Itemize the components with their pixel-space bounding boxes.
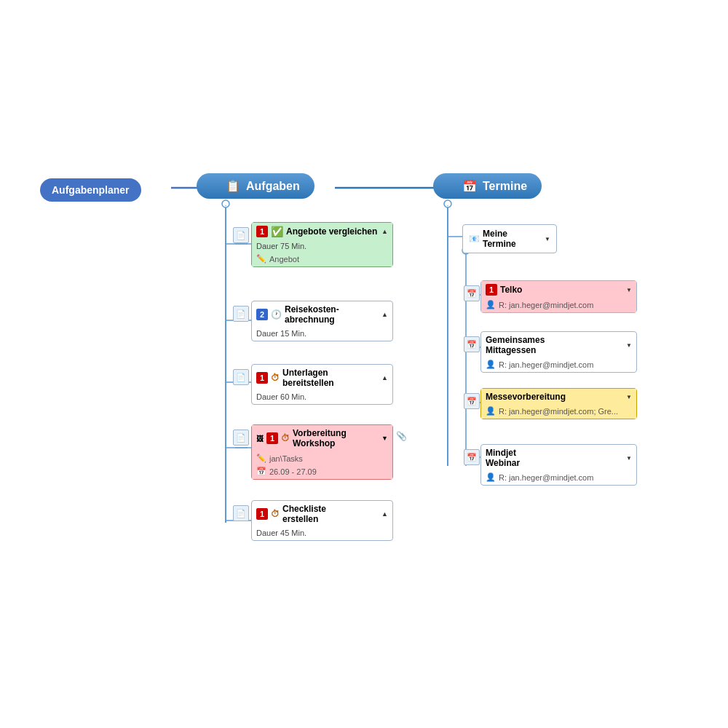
task2-priority: 2 bbox=[256, 309, 268, 320]
termine-icon: 📅 bbox=[462, 179, 477, 193]
svg-text:-: - bbox=[225, 202, 227, 208]
task4-priority: 1 bbox=[266, 432, 278, 444]
task1-chevron: ▲ bbox=[381, 228, 388, 235]
appt2-dropdown[interactable]: ▼ bbox=[626, 342, 632, 349]
task4-status-icon: ⏱ bbox=[281, 433, 290, 443]
termine-label: Termine bbox=[483, 180, 527, 193]
task4-detail-icon2: 📅 bbox=[256, 467, 266, 476]
task4-attachment-icon: 📎 bbox=[396, 431, 407, 441]
appt-card-4[interactable]: 📅 MindjetWebinar ▼ 👤 R: jan.heger@mindje… bbox=[480, 444, 637, 486]
appt4-attendee: R: jan.heger@mindjet.com bbox=[499, 473, 593, 482]
task4-detail-icon1: ✏️ bbox=[256, 454, 266, 463]
task5-doc-icon: 📄 bbox=[233, 505, 249, 521]
task1-detail-icon: ✏️ bbox=[256, 254, 266, 264]
task3-priority: 1 bbox=[256, 372, 268, 384]
task2-status-icon: 🕐 bbox=[271, 309, 282, 320]
task5-priority: 1 bbox=[256, 508, 268, 520]
svg-text:-: - bbox=[447, 202, 449, 208]
task4-detail1: jan\Tasks bbox=[269, 454, 303, 463]
appt3-person-icon: 👤 bbox=[486, 406, 496, 416]
meine-termine-node[interactable]: 📧 Meine Termine ▼ bbox=[462, 224, 557, 253]
task4-title: VorbereitungWorkshop bbox=[293, 428, 347, 448]
task1-priority: 1 bbox=[256, 226, 268, 237]
appt1-person-icon: 👤 bbox=[486, 300, 496, 309]
task5-dauer: Dauer 45 Min. bbox=[256, 529, 306, 537]
svg-point-22 bbox=[444, 200, 451, 207]
task3-status-icon: ⏱ bbox=[271, 373, 280, 383]
appt3-dropdown[interactable]: ▼ bbox=[626, 394, 632, 400]
meine-termine-dropdown[interactable]: ▼ bbox=[545, 236, 550, 242]
task1-detail: Angebot bbox=[269, 255, 299, 264]
svg-point-20 bbox=[222, 200, 229, 207]
task5-status-icon: ⏱ bbox=[271, 509, 280, 519]
task2-doc-icon: 📄 bbox=[233, 306, 249, 322]
task1-dauer: Dauer 75 Min. bbox=[256, 242, 306, 250]
task4-dropdown: ▼ bbox=[381, 435, 388, 442]
central-node[interactable]: Aufgabenplaner bbox=[40, 178, 141, 202]
appt-card-1[interactable]: 📅 1 Telko ▼ 👤 R: jan.heger@mindjet.com bbox=[480, 280, 637, 313]
appt4-title: MindjetWebinar bbox=[486, 448, 520, 468]
aufgaben-node[interactable]: 📋 Aufgaben bbox=[197, 173, 314, 199]
appt2-person-icon: 👤 bbox=[486, 360, 496, 369]
appt3-cal-icon: 📅 bbox=[464, 393, 480, 409]
appt1-cal-icon: 📅 bbox=[464, 285, 480, 301]
appt4-dropdown[interactable]: ▼ bbox=[626, 455, 632, 462]
meine-termine-icon: 📧 bbox=[469, 234, 480, 244]
appt1-title: Telko bbox=[500, 285, 522, 295]
appt1-priority: 1 bbox=[486, 284, 497, 296]
task-card-5[interactable]: 📄 1 ⏱ Checklisteerstellen ▲ Dauer 45 Min… bbox=[251, 500, 393, 541]
task-card-2[interactable]: 📄 2 🕐 Reisekosten-abrechnung ▲ Dauer 15 … bbox=[251, 301, 393, 341]
appt2-cal-icon: 📅 bbox=[464, 336, 480, 352]
appt2-title: GemeinsamesMittagessen bbox=[486, 335, 545, 355]
task-card-3[interactable]: 📄 1 ⏱ Unterlagenbereitstellen ▲ Dauer 60… bbox=[251, 364, 393, 405]
appt-card-2[interactable]: 📅 GemeinsamesMittagessen ▼ 👤 R: jan.hege… bbox=[480, 331, 637, 373]
appt1-dropdown[interactable]: ▼ bbox=[626, 287, 632, 293]
task1-title: Angebote vergleichen bbox=[286, 226, 377, 237]
task1-doc-icon: 📄 bbox=[233, 227, 249, 243]
task4-detail2: 26.09 - 27.09 bbox=[269, 467, 317, 476]
task2-dauer: Dauer 15 Min. bbox=[256, 329, 306, 338]
task5-chevron: ▲ bbox=[381, 510, 388, 518]
aufgaben-label: Aufgaben bbox=[246, 180, 300, 193]
appt3-title: Messevorbereitung bbox=[486, 392, 566, 402]
central-node-label: Aufgabenplaner bbox=[52, 184, 130, 196]
appt3-attendee: R: jan.heger@mindjet.com; Gre... bbox=[499, 407, 618, 416]
task3-doc-icon: 📄 bbox=[233, 369, 249, 385]
aufgaben-icon: 📋 bbox=[226, 179, 240, 193]
appt2-attendee: R: jan.heger@mindjet.com bbox=[499, 360, 593, 369]
meine-termine-label: Meine Termine bbox=[483, 229, 543, 249]
appt4-cal-icon: 📅 bbox=[464, 449, 480, 465]
task5-title: Checklisteerstellen bbox=[282, 504, 326, 524]
task3-title: Unterlagenbereitstellen bbox=[282, 368, 334, 388]
task3-dauer: Dauer 60 Min. bbox=[256, 392, 306, 401]
task4-extra-icon: 🖼 bbox=[256, 435, 264, 443]
task2-chevron: ▲ bbox=[381, 311, 388, 318]
appt1-attendee: R: jan.heger@mindjet.com bbox=[499, 301, 593, 309]
appt4-person-icon: 👤 bbox=[486, 472, 496, 482]
appt-card-3[interactable]: 📅 Messevorbereitung ▼ 👤 R: jan.heger@min… bbox=[480, 388, 637, 419]
task-card-4[interactable]: 📄 🖼 1 ⏱ VorbereitungWorkshop ▼ ✏️ jan\Ta… bbox=[251, 424, 393, 480]
task3-chevron: ▲ bbox=[381, 374, 388, 381]
task1-status-icon: ✅ bbox=[271, 226, 283, 237]
termine-node[interactable]: 📅 Termine bbox=[433, 173, 542, 199]
task4-doc-icon: 📄 bbox=[233, 430, 249, 446]
task-card-1[interactable]: 📄 1 ✅ Angebote vergleichen ▲ Dauer 75 Mi… bbox=[251, 222, 393, 267]
task2-title: Reisekosten-abrechnung bbox=[285, 304, 339, 325]
